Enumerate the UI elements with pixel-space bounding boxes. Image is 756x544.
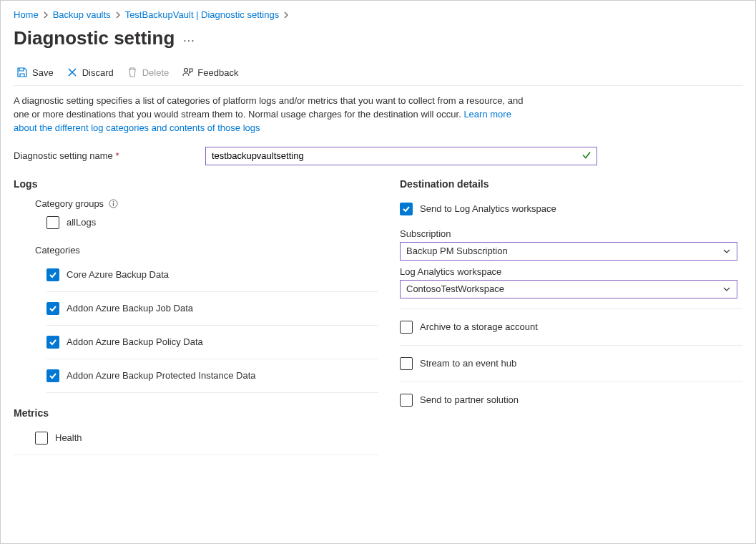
- logs-header: Logs: [14, 178, 378, 195]
- feedback-icon: [182, 67, 193, 78]
- category-label: Addon Azure Backup Policy Data: [67, 336, 203, 347]
- storage-checkbox[interactable]: [400, 321, 413, 334]
- delete-button: Delete: [127, 67, 170, 78]
- workspace-label: Log Analytics workspace: [400, 266, 742, 280]
- workspace-select[interactable]: ContosoTestWorkspace: [400, 280, 737, 298]
- description-body: A diagnostic setting specifies a list of…: [14, 95, 523, 120]
- trash-icon: [127, 67, 138, 78]
- feedback-button[interactable]: Feedback: [182, 67, 238, 78]
- category-label: Addon Azure Backup Protected Instance Da…: [67, 370, 256, 381]
- eventhub-label: Stream to an event hub: [420, 358, 516, 369]
- breadcrumb-diagnostic-settings[interactable]: TestBackupVault | Diagnostic settings: [125, 9, 280, 20]
- partner-checkbox[interactable]: [400, 394, 413, 407]
- subscription-value: Backup PM Subscription: [406, 246, 508, 256]
- save-label: Save: [32, 67, 54, 78]
- metrics-checkbox[interactable]: [35, 432, 48, 445]
- alllogs-checkbox[interactable]: [46, 216, 59, 229]
- svg-rect-3: [112, 203, 113, 205]
- eventhub-checkbox[interactable]: [400, 357, 413, 370]
- alllogs-label: allLogs: [67, 217, 96, 228]
- chevron-right-icon: [41, 10, 50, 20]
- category-checkbox[interactable]: [46, 369, 59, 382]
- breadcrumb-backup-vaults[interactable]: Backup vaults: [53, 9, 111, 20]
- setting-name-input[interactable]: [205, 147, 597, 165]
- discard-button[interactable]: Discard: [67, 67, 114, 78]
- discard-label: Discard: [82, 67, 114, 78]
- log-analytics-checkbox[interactable]: [400, 203, 413, 215]
- category-item-job: Addon Azure Backup Job Data: [46, 292, 378, 326]
- category-item-protected-instance: Addon Azure Backup Protected Instance Da…: [46, 359, 378, 393]
- page-title: Diagnostic setting: [14, 27, 175, 49]
- chevron-down-icon: [722, 247, 731, 256]
- delete-label: Delete: [142, 67, 170, 78]
- subscription-select[interactable]: Backup PM Subscription: [400, 242, 737, 261]
- more-actions-button[interactable]: ···: [183, 30, 195, 47]
- categories-label: Categories: [14, 233, 378, 258]
- breadcrumb: Home Backup vaults TestBackupVault | Dia…: [14, 8, 742, 24]
- svg-point-2: [112, 201, 113, 202]
- category-label: Core Azure Backup Data: [67, 269, 169, 280]
- metrics-header: Metrics: [14, 407, 378, 424]
- chevron-right-icon: [282, 10, 290, 20]
- subscription-label: Subscription: [400, 228, 742, 242]
- description-text: A diagnostic setting specifies a list of…: [14, 94, 529, 144]
- destination-header: Destination details: [400, 178, 742, 195]
- partner-label: Send to partner solution: [420, 394, 519, 405]
- feedback-label: Feedback: [197, 67, 238, 78]
- toolbar: Save Discard Delete Feedback: [14, 62, 742, 82]
- chevron-right-icon: [114, 10, 122, 20]
- destination-partner-row: Send to partner solution: [400, 382, 742, 418]
- log-analytics-label: Send to Log Analytics workspace: [420, 203, 556, 214]
- category-item-policy: Addon Azure Backup Policy Data: [46, 326, 378, 359]
- storage-label: Archive to a storage account: [420, 321, 538, 332]
- close-icon: [67, 67, 78, 78]
- metrics-item-health: Health: [14, 424, 378, 455]
- destination-eventhub-row: Stream to an event hub: [400, 346, 742, 382]
- category-checkbox[interactable]: [46, 336, 59, 349]
- setting-name-label: Diagnostic setting name *: [14, 150, 191, 161]
- destination-storage-row: Archive to a storage account: [400, 309, 742, 346]
- divider: [14, 85, 742, 86]
- chevron-down-icon: [722, 285, 731, 293]
- workspace-value: ContosoTestWorkspace: [406, 283, 504, 294]
- category-label: Addon Azure Backup Job Data: [67, 303, 193, 314]
- category-checkbox[interactable]: [46, 302, 59, 315]
- metrics-label: Health: [55, 432, 82, 443]
- info-icon[interactable]: [108, 198, 118, 208]
- svg-point-0: [185, 69, 188, 72]
- save-button[interactable]: Save: [16, 67, 54, 78]
- save-icon: [16, 67, 28, 78]
- category-item-core: Core Azure Backup Data: [46, 258, 378, 292]
- breadcrumb-home[interactable]: Home: [14, 9, 39, 20]
- category-groups-label: Category groups: [14, 195, 378, 212]
- category-checkbox[interactable]: [46, 268, 59, 281]
